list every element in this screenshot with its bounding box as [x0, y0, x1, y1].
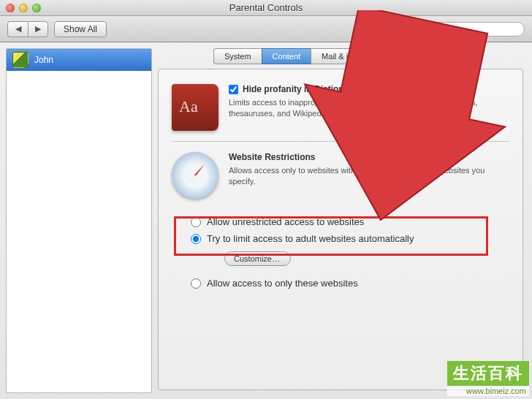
- search-icon: [395, 24, 405, 34]
- nav-segment: ◀ ▶: [7, 21, 48, 37]
- show-all-button[interactable]: Show All: [54, 21, 107, 37]
- watermark-url: www.bimeiz.com: [447, 386, 529, 396]
- tab-time-limits[interactable]: Time Limits: [375, 48, 437, 64]
- user-sidebar: John: [6, 48, 152, 393]
- content-area: John System Content Mail & iChat Time Li…: [0, 42, 532, 399]
- radio-limit-adult-label: Try to limit access to adult websites au…: [207, 233, 414, 244]
- website-options: Allow unrestricted access to websites Tr…: [191, 213, 509, 292]
- radio-unrestricted-input[interactable]: [191, 217, 201, 227]
- website-restrictions-title: Website Restrictions: [229, 152, 509, 162]
- search-wrap: [395, 22, 525, 37]
- main-pane: System Content Mail & iChat Time Limits …: [152, 42, 532, 399]
- svg-point-0: [396, 25, 403, 31]
- svg-line-1: [402, 31, 405, 34]
- customize-button[interactable]: Customize…: [224, 251, 291, 266]
- radio-unrestricted-label: Allow unrestricted access to websites: [207, 216, 364, 227]
- titlebar: Parental Controls: [0, 0, 532, 16]
- window-title: Parental Controls: [0, 2, 532, 13]
- tab-mail-ichat[interactable]: Mail & iChat: [311, 48, 375, 64]
- radio-limit-adult-input[interactable]: [191, 234, 201, 244]
- dictionary-description: Limits access to inappropriate content i…: [229, 97, 509, 120]
- tab-bar: System Content Mail & iChat Time Limits …: [158, 48, 532, 64]
- safari-icon: [172, 152, 218, 199]
- forward-button[interactable]: ▶: [28, 21, 48, 37]
- settings-panel: Hide profanity in Dictionary Limits acce…: [158, 69, 523, 390]
- sidebar-user-john[interactable]: John: [7, 49, 151, 71]
- dictionary-section: Hide profanity in Dictionary Limits acce…: [172, 80, 509, 141]
- tab-system[interactable]: System: [213, 48, 262, 64]
- website-section: Website Restrictions Allows access only …: [172, 141, 509, 209]
- radio-only-these-input[interactable]: [191, 278, 201, 289]
- search-input[interactable]: [408, 22, 525, 37]
- radio-unrestricted[interactable]: Allow unrestricted access to websites: [191, 213, 509, 230]
- radio-limit-adult[interactable]: Try to limit access to adult websites au…: [191, 230, 509, 247]
- radio-only-these-label: Allow access to only these websites: [207, 278, 358, 289]
- user-name-label: John: [34, 55, 53, 65]
- hide-profanity-label: Hide profanity in Dictionary: [243, 84, 357, 94]
- website-restrictions-description: Allows access only to websites with appr…: [229, 165, 509, 188]
- tab-logs[interactable]: Logs: [437, 48, 476, 64]
- radio-only-these[interactable]: Allow access to only these websites: [191, 275, 509, 292]
- watermark: 生活百科 www.bimeiz.com: [447, 361, 529, 396]
- tab-content[interactable]: Content: [262, 48, 311, 64]
- dictionary-icon: [172, 84, 218, 131]
- hide-profanity-checkbox[interactable]: [229, 85, 238, 94]
- watermark-text: 生活百科: [447, 361, 529, 386]
- back-button[interactable]: ◀: [7, 21, 28, 37]
- toolbar: ◀ ▶ Show All: [0, 16, 532, 42]
- avatar: [12, 52, 28, 68]
